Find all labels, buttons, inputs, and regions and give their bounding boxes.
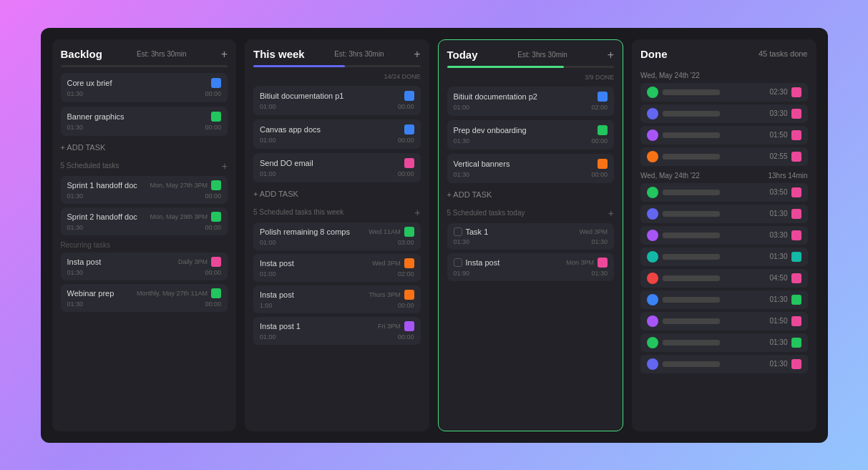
done-task[interactable]: 01:50 bbox=[640, 312, 808, 331]
done-task[interactable]: 01:30 bbox=[640, 355, 808, 373]
done-task[interactable]: 04:50 bbox=[640, 269, 808, 288]
backlog-column: Backlog Est: 3hrs 30min + Core ux brief … bbox=[52, 39, 237, 431]
backlog-scroll[interactable]: Core ux brief 01:30 00:00 Banner graphic… bbox=[61, 73, 228, 423]
task-badge bbox=[404, 91, 414, 101]
done-task-avatar bbox=[647, 108, 658, 119]
done-task-name-bar bbox=[663, 340, 720, 346]
task-card[interactable]: Core ux brief 01:30 00:00 bbox=[61, 73, 228, 102]
scheduled-task[interactable]: Task 1 Wed 3PM 01:30 01:30 bbox=[447, 223, 615, 250]
task-badge bbox=[404, 321, 414, 331]
today-progress-label: 3/9 DONE bbox=[447, 74, 615, 81]
done-task-avatar bbox=[647, 337, 658, 348]
done-task[interactable]: 01:30 bbox=[640, 333, 808, 352]
task-duration: 00:00 bbox=[398, 170, 414, 177]
this-week-scroll[interactable]: Bitiuit documentation p1 01:00 00:00 Can… bbox=[253, 86, 421, 423]
this-week-scheduled-label: 5 Scheduled tasks this week bbox=[253, 208, 343, 216]
done-task-time: 03:50 bbox=[769, 188, 787, 196]
scheduled-task[interactable]: Insta post Thurs 3PM 1:00 00:00 bbox=[253, 285, 421, 313]
task-name: Sprint 1 handoff doc bbox=[67, 181, 137, 190]
done-task[interactable]: 03:30 bbox=[640, 104, 808, 123]
done-task[interactable]: 02:55 bbox=[640, 147, 808, 166]
task-checkbox[interactable] bbox=[454, 258, 462, 267]
task-badge bbox=[598, 258, 608, 268]
scheduled-add-btn[interactable]: + bbox=[222, 160, 228, 172]
task-badge bbox=[211, 257, 221, 267]
backlog-title: Backlog bbox=[61, 48, 102, 60]
task-card[interactable]: Bitiuit documentation p2 01:00 02:00 bbox=[447, 87, 615, 116]
done-task-avatar bbox=[647, 251, 658, 263]
done-task[interactable]: 01:50 bbox=[640, 126, 808, 145]
backlog-meta: Est: 3hrs 30min bbox=[137, 50, 186, 58]
task-schedule: Monthly, May 27th 11AM bbox=[137, 290, 208, 297]
task-time: 01:30 bbox=[67, 124, 84, 131]
today-scheduled-label: 5 Scheduled tasks today bbox=[447, 209, 525, 217]
done-task-time: 03:30 bbox=[769, 109, 787, 117]
done-task[interactable]: 03:30 bbox=[640, 226, 808, 245]
scheduled-task[interactable]: Insta post Mon 3PM 01:90 01:30 bbox=[447, 253, 615, 281]
done-task[interactable]: 01:30 bbox=[640, 205, 808, 223]
done-task-avatar bbox=[647, 315, 658, 327]
task-schedule: Wed 3PM bbox=[580, 228, 608, 235]
backlog-add-btn[interactable]: + bbox=[221, 48, 228, 61]
done-task-time: 01:30 bbox=[769, 210, 787, 217]
done-task-avatar bbox=[647, 230, 658, 241]
today-add-btn[interactable]: + bbox=[608, 49, 614, 62]
backlog-add-task-btn[interactable]: + ADD TASK bbox=[61, 140, 106, 155]
this-week-scheduled-add-btn[interactable]: + bbox=[414, 207, 420, 218]
app-window: Backlog Est: 3hrs 30min + Core ux brief … bbox=[41, 28, 828, 443]
done-group-header: Wed, May 24th '22 bbox=[640, 72, 808, 79]
today-scheduled-add-btn[interactable]: + bbox=[608, 207, 614, 219]
done-task-time: 01:30 bbox=[769, 295, 787, 303]
task-card[interactable]: Vertical banners 01:30 00:00 bbox=[447, 154, 615, 183]
done-scroll[interactable]: Wed, May 24th '22 02:30 03:30 bbox=[640, 66, 808, 423]
task-card[interactable]: Bitiuit documentation p1 01:00 00:00 bbox=[253, 86, 421, 115]
done-task[interactable]: 03:50 bbox=[640, 183, 808, 202]
scheduled-task[interactable]: Sprint 1 handoff doc Mon, May 27th 3PM 0… bbox=[61, 176, 228, 204]
done-task-name-bar bbox=[663, 361, 720, 367]
done-group-date: Wed, May 24th '22 bbox=[640, 72, 700, 79]
this-week-progress-fill bbox=[253, 65, 345, 67]
done-task-time: 02:55 bbox=[769, 152, 787, 160]
done-task[interactable]: 01:30 bbox=[640, 290, 808, 309]
done-task[interactable]: 01:30 bbox=[640, 248, 808, 266]
done-header: Done 45 tasks done bbox=[640, 48, 808, 60]
task-schedule: Mon 3PM bbox=[566, 259, 594, 266]
task-schedule: Daily 3PM bbox=[178, 258, 208, 265]
scheduled-task[interactable]: Polish remaining 8 comps Wed 11AM 01:00 … bbox=[253, 222, 421, 250]
task-card[interactable]: Banner graphics 01:30 00:00 bbox=[61, 107, 228, 136]
scheduled-task[interactable]: Insta post Wed 3PM 01:00 02:00 bbox=[253, 254, 421, 282]
today-scroll[interactable]: Bitiuit documentation p2 01:00 02:00 Pre… bbox=[447, 87, 615, 422]
scheduled-task[interactable]: Insta post 1 Fri 3PM 01:00 00:00 bbox=[253, 317, 421, 345]
task-card[interactable]: Prep dev onboarding 01:30 00:00 bbox=[447, 120, 615, 150]
this-week-column: This week Est: 3hrs 30min + 14/24 DONE B… bbox=[245, 39, 429, 431]
task-duration: 00:00 bbox=[205, 300, 221, 308]
task-badge bbox=[791, 359, 801, 369]
task-badge bbox=[791, 209, 801, 219]
task-card[interactable]: Canvas app docs 01:00 00:00 bbox=[253, 119, 421, 149]
task-name: Insta post bbox=[260, 290, 294, 299]
done-count: 45 tasks done bbox=[759, 49, 808, 58]
today-add-task-btn[interactable]: + ADD TASK bbox=[447, 187, 492, 202]
task-time: 01:00 bbox=[454, 104, 470, 111]
task-card[interactable]: Send DO email 01:00 00:00 bbox=[253, 153, 421, 182]
task-badge bbox=[791, 295, 801, 305]
done-task-name-bar bbox=[663, 318, 720, 324]
done-task-avatar bbox=[647, 208, 658, 220]
task-badge bbox=[791, 130, 801, 140]
done-task-name-bar bbox=[663, 254, 720, 260]
this-week-add-btn[interactable]: + bbox=[414, 48, 420, 61]
task-name: Insta post 1 bbox=[260, 322, 301, 331]
done-task[interactable]: 02:30 bbox=[640, 83, 808, 102]
done-task-name-bar bbox=[663, 232, 720, 238]
today-column: Today Est: 3hrs 30min + 3/9 DONE Bitiuit… bbox=[438, 39, 624, 431]
scheduled-task[interactable]: Sprint 2 handoff doc Mon, May 29th 3PM 0… bbox=[61, 207, 228, 235]
task-name: Vertical banners bbox=[454, 160, 510, 168]
done-task-avatar bbox=[647, 151, 658, 162]
done-task-time: 04:50 bbox=[769, 274, 787, 282]
recurring-task[interactable]: Insta post Daily 3PM 01:30 00:00 bbox=[61, 253, 228, 280]
recurring-task[interactable]: Webinar prep Monthly, May 27th 11AM 01:3… bbox=[61, 284, 228, 312]
this-week-add-task-btn[interactable]: + ADD TASK bbox=[253, 187, 298, 201]
task-checkbox[interactable] bbox=[454, 227, 462, 236]
task-badge bbox=[211, 180, 221, 190]
today-title: Today bbox=[447, 49, 478, 61]
